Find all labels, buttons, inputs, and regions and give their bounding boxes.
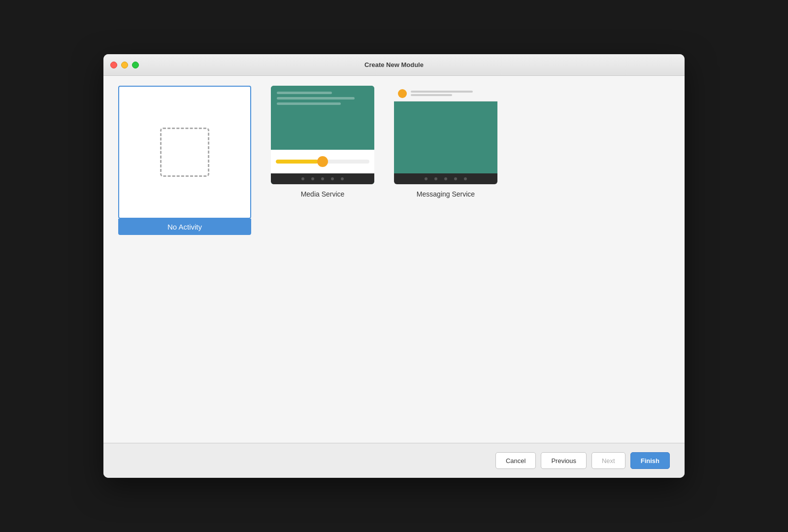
- media-thumb-line-1: [277, 92, 332, 94]
- msg-nav-dot-2: [434, 177, 437, 180]
- media-nav-bar: [271, 173, 374, 184]
- media-nav-dot-2: [311, 177, 314, 180]
- media-nav-dot-4: [331, 177, 334, 180]
- footer: Cancel Previous Next Finish: [103, 443, 685, 478]
- media-thumb-controls: [271, 150, 374, 173]
- next-button: Next: [591, 452, 625, 469]
- msg-nav-dot-5: [464, 177, 467, 180]
- maximize-button[interactable]: [132, 62, 139, 68]
- messaging-nav-bar: [394, 173, 497, 184]
- msg-nav-dot-3: [444, 177, 447, 180]
- media-nav-dot-3: [321, 177, 324, 180]
- messaging-avatar-icon: [398, 89, 407, 98]
- messaging-body: [394, 101, 497, 173]
- messaging-title-lines: [411, 91, 493, 96]
- media-nav-dot-1: [301, 177, 304, 180]
- content-area: No Activity: [103, 76, 685, 443]
- media-thumb-top: [271, 86, 374, 150]
- msg-nav-dot-1: [425, 177, 427, 180]
- previous-button[interactable]: Previous: [541, 452, 587, 469]
- titlebar: Create New Module: [103, 54, 685, 76]
- templates-grid: No Activity: [118, 86, 670, 235]
- template-card-messaging-service[interactable]: Messaging Service: [394, 86, 497, 198]
- messaging-title-line-1: [411, 91, 473, 93]
- media-thumb-line-3: [277, 102, 341, 105]
- msg-nav-dot-4: [454, 177, 457, 180]
- template-card-media-service[interactable]: Media Service: [271, 86, 374, 198]
- minimize-button[interactable]: [121, 62, 128, 68]
- media-service-preview: [271, 86, 374, 184]
- messaging-service-label: Messaging Service: [417, 190, 475, 198]
- cancel-button[interactable]: Cancel: [495, 452, 536, 469]
- template-card-no-activity[interactable]: No Activity: [118, 86, 251, 235]
- close-button[interactable]: [110, 62, 117, 68]
- messaging-topbar: [394, 86, 497, 101]
- no-activity-preview: [118, 86, 251, 219]
- media-nav-dot-5: [341, 177, 344, 180]
- dashed-box-icon: [160, 128, 209, 177]
- media-thumb-line-2: [277, 97, 355, 100]
- media-scrubber: [317, 156, 328, 167]
- traffic-lights: [110, 62, 139, 68]
- no-activity-label: No Activity: [118, 219, 251, 235]
- messaging-service-preview: [394, 86, 497, 184]
- messaging-title-line-2: [411, 94, 452, 96]
- main-window: Create New Module No Activity: [103, 54, 685, 478]
- finish-button[interactable]: Finish: [630, 452, 670, 469]
- media-service-label: Media Service: [301, 190, 345, 198]
- media-progress-fill: [276, 160, 318, 164]
- window-title: Create New Module: [364, 61, 424, 68]
